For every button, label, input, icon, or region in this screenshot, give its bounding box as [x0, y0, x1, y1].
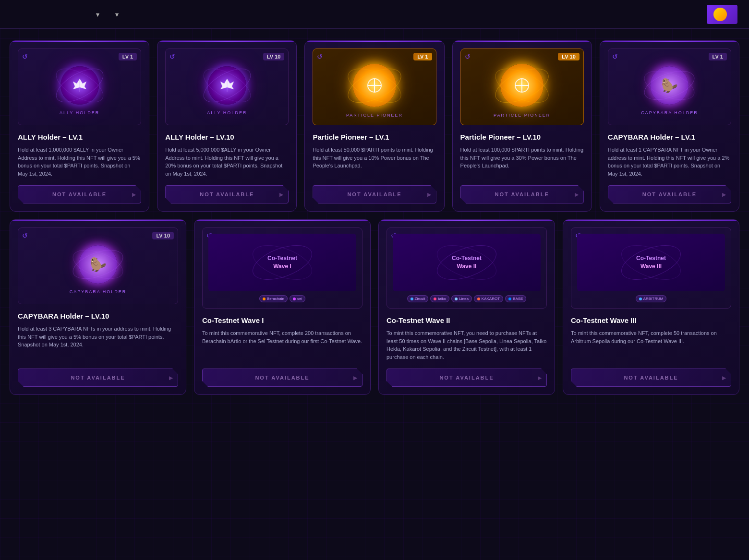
refresh-icon: ↺ — [22, 53, 28, 60]
chain-pill: Berachain — [259, 295, 288, 302]
booster-card: ↺ LV 10 ALLY HOLDER ALLY Holder – LV.10 … — [157, 40, 297, 212]
card-title: Particle Pioneer – LV.1 — [313, 133, 436, 141]
card-image-area: ↺ LV 10 ALLY HOLDER — [165, 48, 289, 125]
cards-row-2: ↺ LV 10 🦫 CAPYBARA HOLDER CAPYBARA Holde… — [10, 219, 739, 395]
refresh-icon: ↺ — [22, 232, 28, 239]
booster-card: ↺ Co-TestnetWave III ARBITRUM Co-Testnet… — [563, 219, 739, 395]
chain-icons: Berachainsei — [259, 295, 305, 302]
card-desc: Hold at least 1 CAPYBARA NFT in your Own… — [608, 146, 731, 178]
navbar: ▾ ▾ — [0, 0, 749, 29]
not-available-button[interactable]: NOT AVAILABLE — [18, 185, 141, 203]
card-desc: Hold at least 3 CAPYBARA NFTs in your ad… — [18, 325, 178, 361]
card-desc: To mint this commemorative NFT, complete… — [202, 329, 362, 361]
card-title: Co-Testnet Wave II — [387, 316, 547, 324]
user-profile-button[interactable] — [707, 5, 737, 24]
booster-card: ↺ LV 10 🦫 CAPYBARA HOLDER CAPYBARA Holde… — [10, 219, 186, 395]
level-badge: LV 10 — [558, 53, 580, 60]
booster-card: ↺ Co-TestnetWave II ZircuittaikoLineaKAK… — [378, 219, 555, 395]
card-nft-label: PARTICLE PIONEER — [494, 113, 550, 118]
card-title: Co-Testnet Wave III — [571, 316, 731, 324]
not-available-button[interactable]: NOT AVAILABLE — [608, 185, 731, 203]
not-available-button[interactable]: NOT AVAILABLE — [313, 185, 436, 203]
card-desc: To mint this commemorative NFT, you need… — [387, 329, 547, 361]
card-image-area: ↺ LV 10 PARTICLE PIONEER — [460, 48, 584, 125]
booster-card: ↺ LV 1 🦫 CAPYBARA HOLDER CAPYBARA Holder… — [600, 40, 739, 212]
card-title: CAPYBARA Holder – LV.1 — [608, 133, 731, 141]
level-badge: LV 10 — [263, 53, 285, 60]
refresh-icon: ↺ — [612, 53, 618, 60]
card-image-area: ↺ Co-TestnetWave III ARBITRUM — [571, 227, 731, 309]
nav-about[interactable]: ▾ — [96, 11, 100, 18]
refresh-icon: ↺ — [465, 53, 471, 60]
not-available-button[interactable]: NOT AVAILABLE — [202, 369, 362, 387]
card-title: CAPYBARA Holder – LV.10 — [18, 312, 178, 320]
not-available-button[interactable]: NOT AVAILABLE — [460, 185, 584, 203]
level-badge: LV 10 — [152, 232, 174, 239]
card-nft-label: CAPYBARA HOLDER — [641, 110, 698, 115]
cards-row-1: ↺ LV 1 ALLY HOLDER ALLY Holder – LV.1 Ho… — [10, 40, 739, 212]
not-available-button[interactable]: NOT AVAILABLE — [18, 369, 178, 387]
card-desc: Hold at least 50,000 $PARTI points to mi… — [313, 146, 436, 178]
card-nft-label: ALLY HOLDER — [207, 110, 247, 115]
main-content: ↺ LV 1 ALLY HOLDER ALLY Holder – LV.1 Ho… — [0, 29, 749, 406]
refresh-icon: ↺ — [169, 53, 175, 60]
chain-pill: KAKAROT — [474, 295, 503, 302]
avatar — [713, 8, 727, 21]
chain-icons: ARBITRUM — [636, 295, 667, 302]
chain-pill: Linea — [451, 295, 472, 302]
card-title: Co-Testnet Wave I — [202, 316, 362, 324]
level-badge: LV 1 — [413, 53, 432, 60]
nav-links: ▾ ▾ — [35, 10, 707, 19]
not-available-button[interactable]: NOT AVAILABLE — [165, 185, 289, 203]
card-image-area: ↺ LV 1 🦫 CAPYBARA HOLDER — [608, 48, 731, 125]
card-title: ALLY Holder – LV.10 — [165, 133, 289, 141]
card-nft-label: CAPYBARA HOLDER — [70, 289, 127, 294]
booster-card: ↺ LV 10 PARTICLE PIONEER Particle Pionee… — [452, 40, 592, 212]
card-image-area: ↺ LV 1 PARTICLE PIONEER — [313, 48, 436, 125]
card-image-area: ↺ LV 10 🦫 CAPYBARA HOLDER — [18, 227, 178, 304]
card-desc: Hold at least 1,000,000 $ALLY in your Ow… — [18, 146, 141, 178]
chain-pill: ARBITRUM — [636, 295, 667, 302]
card-nft-label: PARTICLE PIONEER — [346, 113, 403, 118]
booster-card: ↺ LV 1 PARTICLE PIONEER Particle Pioneer… — [304, 40, 444, 212]
refresh-icon: ↺ — [317, 53, 323, 60]
chain-pill: Zircuit — [407, 295, 429, 302]
card-desc: To mint this commemorative NFT, complete… — [571, 329, 731, 361]
card-desc: Hold at least 5,000,000 $ALLY in your Ow… — [165, 146, 289, 178]
booster-card: ↺ Co-TestnetWave I Berachainsei Co-Testn… — [194, 219, 371, 395]
card-desc: Hold at least 100,000 $PARTI points to m… — [460, 146, 584, 178]
level-badge: LV 1 — [709, 53, 727, 60]
card-image-area: ↺ Co-TestnetWave II ZircuittaikoLineaKAK… — [387, 227, 547, 309]
chain-pill: BASE — [505, 295, 526, 302]
booster-card: ↺ LV 1 ALLY HOLDER ALLY Holder – LV.1 Ho… — [10, 40, 149, 212]
not-available-button[interactable]: NOT AVAILABLE — [387, 369, 547, 387]
card-image-area: ↺ Co-TestnetWave I Berachainsei — [202, 227, 362, 309]
level-badge: LV 1 — [119, 53, 137, 60]
card-title: Particle Pioneer – LV.10 — [460, 133, 584, 141]
card-title: ALLY Holder – LV.1 — [18, 133, 141, 141]
card-nft-label: ALLY HOLDER — [60, 110, 99, 115]
chain-icons: ZircuittaikoLineaKAKAROTBASE — [407, 295, 527, 302]
chain-pill: sei — [290, 295, 305, 302]
chain-pill: taiko — [430, 295, 449, 302]
not-available-button[interactable]: NOT AVAILABLE — [571, 369, 731, 387]
card-image-area: ↺ LV 1 ALLY HOLDER — [18, 48, 141, 125]
nav-community[interactable]: ▾ — [115, 11, 119, 18]
